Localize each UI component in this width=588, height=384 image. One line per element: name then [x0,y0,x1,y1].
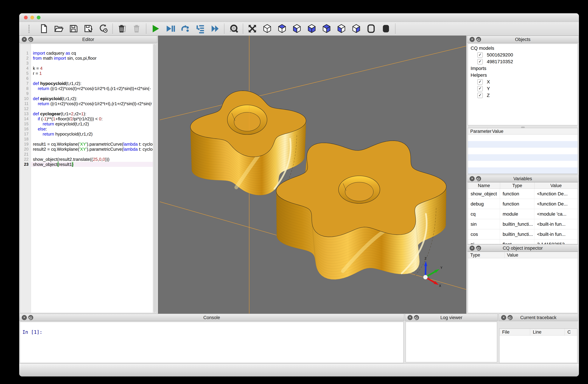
code-line[interactable]: 2from math import sin, cos,pi,floor [20,56,153,61]
code-line[interactable]: 20result2 = cq.Workplane('XY').parametri… [20,147,153,152]
variable-row[interactable]: show_objectfunction<function De... [468,189,578,199]
code-line[interactable]: 8 return ((r1-r2)*cos(t)+r2*cos(r1/r2*t-… [20,86,153,91]
code-text[interactable]: result1 = cq.Workplane('XY').parametricC… [31,141,153,147]
parameter-table[interactable]: Parameter Value [468,128,578,174]
code-text[interactable] [31,76,153,81]
tree-item[interactable]: ✓Z [468,92,578,99]
save-as-icon[interactable] [83,23,94,34]
code-line[interactable]: 4k = 4 [20,66,153,71]
objects-tree[interactable]: CQ models✓5001629200✓4981710352ImportsHe… [468,44,578,125]
zoom-window-icon[interactable] [37,16,41,20]
code-editor[interactable]: 1import cadquery as cq2from math import … [20,44,157,313]
variable-row[interactable]: cqmodule<module 'ca... [468,209,578,219]
tree-item[interactable]: ✓X [468,79,578,85]
code-text[interactable]: k = 4 [31,66,153,71]
code-text[interactable]: def epicycloid(t,r1,r2): [31,96,153,101]
shaded-view-icon[interactable] [381,23,391,34]
code-line[interactable]: 19result1 = cq.Workplane('XY').parametri… [20,141,153,147]
tree-group[interactable]: CQ models [468,45,578,52]
line-col-header[interactable]: Line [530,329,565,335]
code-lines[interactable]: 1import cadquery as cq2from math import … [20,44,153,313]
code-text[interactable]: return ((r1+r2)*cos(t)-r2*cos(r1/r2*t+t)… [31,101,153,106]
code-line[interactable]: 5r = 1 [20,71,153,76]
code-text[interactable]: show_object(result2.translate((25,0,0))) [31,157,153,162]
item-checkbox[interactable]: ✓ [477,79,483,85]
code-col-header[interactable]: C [565,329,577,335]
code-line[interactable]: 1import cadquery as cq [20,51,153,56]
step-into-icon[interactable] [195,23,205,34]
view-iso-icon[interactable] [262,23,273,34]
close-window-icon[interactable] [24,16,28,20]
code-line[interactable]: 14 if (-1)**(1+floor(t/2/pi*(r1/r2))) < … [20,116,153,121]
continue-icon[interactable] [210,23,220,34]
name-col-header[interactable]: Name [468,182,500,189]
code-line[interactable]: 21 [20,152,153,157]
reload-icon[interactable] [98,23,108,34]
code-line[interactable]: 22show_object(result2.translate((25,0,0)… [20,157,153,162]
tree-item[interactable]: ✓5001629200 [468,52,578,58]
code-line[interactable]: 3 [20,61,153,66]
search-shape-icon[interactable] [228,23,239,34]
code-line[interactable]: 9 [20,91,153,96]
render-icon[interactable] [150,23,161,34]
code-text[interactable]: return epicycloid(t,r1,r2) [31,121,153,126]
param-col-header[interactable]: Parameter [468,128,487,135]
save-icon[interactable] [68,23,79,34]
view-right-icon[interactable] [351,23,361,34]
variable-row[interactable]: debugfunction<function De... [468,199,578,209]
variables-table[interactable]: Name Type Value show_objectfunction<func… [468,182,578,244]
parameter-row[interactable] [468,135,578,141]
code-text[interactable]: show_object(result1) [31,162,153,167]
code-text[interactable]: return hypocycloid(t,r1,r2) [31,131,153,137]
variable-row[interactable]: sinbuiltin_functi...<built-in fun... [468,219,578,229]
view-back-icon[interactable] [321,23,332,34]
inspector-table[interactable]: Type Value [468,252,578,313]
value-col-header[interactable]: Value [534,182,578,189]
log-viewer[interactable] [406,322,497,362]
traceback-table[interactable]: File Line C [499,328,577,363]
type-col-header[interactable]: Type [500,182,534,189]
tree-group[interactable]: Helpers [468,72,578,79]
item-checkbox[interactable]: ✓ [477,86,483,91]
view-bottom-icon[interactable] [292,23,302,34]
new-file-icon[interactable] [39,23,49,34]
fit-view-icon[interactable] [247,23,258,34]
parameter-row[interactable] [468,161,578,167]
code-text[interactable] [31,61,153,66]
code-text[interactable] [31,106,153,111]
variable-row[interactable]: pifloat3.141592653... [468,239,578,244]
code-line[interactable]: 13def cyclogear(t,r1=2,r2=1): [20,111,153,116]
code-line[interactable]: 12 [20,106,153,111]
parameter-row[interactable] [468,154,578,161]
type-col-header[interactable]: Type [468,252,504,258]
view-top-icon[interactable] [277,23,287,34]
debug-icon[interactable] [165,23,176,34]
console-prompt[interactable]: In [1]: [20,322,403,335]
view-front-icon[interactable] [307,23,317,34]
code-text[interactable]: result2 = cq.Workplane('XY').parametricC… [31,147,153,152]
code-text[interactable]: def hypocycloid(t,r1,r2): [31,81,153,86]
file-col-header[interactable]: File [500,329,530,335]
step-icon[interactable] [180,23,190,34]
code-text[interactable]: return ((r1-r2)*cos(t)+r2*cos(r1/r2*t-t)… [31,86,153,91]
view-left-icon[interactable] [336,23,347,34]
delete-current-icon[interactable] [117,23,127,34]
code-text[interactable] [31,91,153,96]
parameter-row[interactable] [468,167,578,174]
value-col-header[interactable]: Value [487,128,503,135]
code-line[interactable]: 11 return ((r1+r2)*cos(t)-r2*cos(r1/r2*t… [20,101,153,106]
code-line[interactable]: 7def hypocycloid(t,r1,r2): [20,81,153,86]
console[interactable]: In [1]: [20,322,403,363]
code-text[interactable]: if (-1)**(1+floor(t/2/pi*(r1/r2))) < 0: [31,116,153,121]
code-text[interactable]: r = 1 [31,71,153,76]
delete-all-icon[interactable] [132,23,142,34]
code-text[interactable] [31,152,153,157]
parameter-row[interactable] [468,148,578,154]
code-line[interactable]: 15 return epicycloid(t,r1,r2) [20,121,153,126]
item-checkbox[interactable]: ✓ [477,59,483,64]
tree-group[interactable]: Imports [468,65,578,72]
item-checkbox[interactable]: ✓ [477,93,483,98]
code-text[interactable] [31,137,153,141]
tree-item[interactable]: ✓Y [468,85,578,92]
tree-item[interactable]: ✓4981710352 [468,58,578,65]
